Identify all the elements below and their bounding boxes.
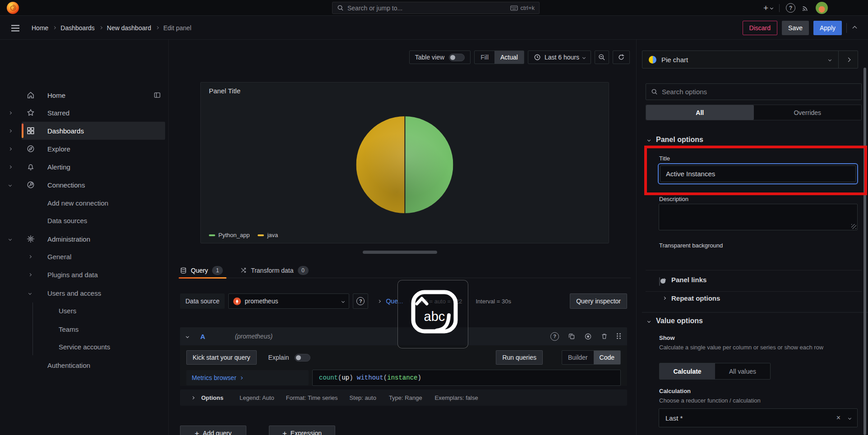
query-options-collapsed[interactable]: Options Legend: Auto Format: Time series… xyxy=(180,389,627,406)
panel-title: Panel Title xyxy=(209,87,240,95)
breadcrumb-dashboards[interactable]: Dashboards xyxy=(60,24,95,32)
breadcrumb-new-dashboard[interactable]: New dashboard xyxy=(107,24,151,32)
eye-icon[interactable] xyxy=(584,333,592,340)
chevron-right-icon[interactable] xyxy=(28,255,32,258)
expression-button[interactable]: + Expression xyxy=(269,426,335,435)
explain-label: Explain xyxy=(268,354,289,361)
chevron-right-icon[interactable] xyxy=(9,165,12,168)
avatar[interactable] xyxy=(816,2,828,14)
options-search[interactable] xyxy=(646,83,862,100)
sidebar-item-users-and-access[interactable]: Users and access xyxy=(0,284,169,302)
query-help-icon[interactable]: ? xyxy=(550,332,559,341)
tab-transform-data[interactable]: Transform data 0 xyxy=(240,263,308,278)
sidebar-item-add-new-connection[interactable]: Add new connection xyxy=(0,194,169,212)
collapse-pane-button[interactable] xyxy=(839,58,858,61)
datasource-picker[interactable]: prometheus xyxy=(228,293,349,309)
query-inspector-button[interactable]: Query inspector xyxy=(570,293,627,309)
help-icon[interactable]: ? xyxy=(786,3,795,13)
compass-icon xyxy=(26,144,35,153)
add-query-button[interactable]: + Add query xyxy=(180,426,246,435)
menu-icon[interactable] xyxy=(11,25,20,32)
save-button[interactable]: Save xyxy=(782,21,809,35)
sidebar-item-users[interactable]: Users xyxy=(0,302,169,320)
chevron-right-icon[interactable] xyxy=(9,129,12,132)
refresh-button[interactable] xyxy=(613,50,630,64)
clear-icon[interactable]: × xyxy=(836,414,840,421)
chevron-down-icon[interactable] xyxy=(9,237,12,240)
breadcrumb-home[interactable]: Home xyxy=(32,24,48,32)
sidebar-item-general[interactable]: General xyxy=(0,247,169,266)
chevron-right-icon[interactable] xyxy=(9,111,12,114)
duplicate-icon[interactable] xyxy=(568,333,575,340)
fill-option[interactable]: Fill xyxy=(475,51,494,64)
panel-preview[interactable]: Panel Title Python_app java xyxy=(200,82,609,243)
chevron-down-icon[interactable] xyxy=(28,291,32,294)
value-options-header[interactable]: Value options xyxy=(648,317,703,325)
sidebar-item-starred[interactable]: Starred xyxy=(0,104,169,122)
sidebar-label: Starred xyxy=(47,109,69,117)
legend-item-python-app[interactable]: Python_app xyxy=(209,232,249,238)
legend-item-java[interactable]: java xyxy=(258,232,278,238)
zoom-out-button[interactable] xyxy=(595,50,609,64)
sidebar-item-home[interactable]: Home xyxy=(0,86,169,104)
sidebar-item-teams[interactable]: Teams xyxy=(0,320,169,338)
metrics-browser-button[interactable]: Metrics browser xyxy=(186,370,309,385)
collapse-header-icon[interactable] xyxy=(853,26,857,30)
sidebar-item-alerting[interactable]: Alerting xyxy=(0,158,169,176)
tab-all[interactable]: All xyxy=(646,105,754,120)
discard-button[interactable]: Discard xyxy=(743,21,777,35)
tab-overrides[interactable]: Overrides xyxy=(754,105,862,120)
apply-button[interactable]: Apply xyxy=(813,21,842,35)
sidebar-item-data-sources[interactable]: Data sources xyxy=(0,211,169,229)
builder-option[interactable]: Builder xyxy=(562,351,594,364)
pane-resizer[interactable] xyxy=(636,40,637,435)
chevron-right-icon[interactable] xyxy=(9,147,12,150)
tab-query[interactable]: Query 1 xyxy=(180,263,223,278)
news-rss-icon[interactable] xyxy=(802,4,809,12)
calculate-option[interactable]: Calculate xyxy=(660,363,715,379)
sidebar-item-connections[interactable]: Connections xyxy=(0,176,169,194)
sidebar-item-service-accounts[interactable]: Service accounts xyxy=(0,338,169,356)
options-search-input[interactable] xyxy=(662,88,856,96)
viz-picker[interactable]: Pie chart xyxy=(642,50,858,69)
add-new-button[interactable]: + xyxy=(763,4,773,12)
all-values-option[interactable]: All values xyxy=(715,363,770,379)
explain-toggle[interactable] xyxy=(295,354,310,362)
drag-handle-icon[interactable] xyxy=(617,333,621,339)
sidebar-item-plugins-and-data[interactable]: Plugins and data xyxy=(0,266,169,284)
home-icon xyxy=(26,91,35,100)
chevron-right-icon xyxy=(53,26,56,29)
global-search[interactable]: ctrl+k xyxy=(332,2,540,14)
datasource-help-button[interactable]: ? xyxy=(353,293,368,309)
search-input[interactable] xyxy=(347,5,510,12)
actual-option[interactable]: Actual xyxy=(494,51,524,64)
repeat-options-section[interactable]: Repeat options xyxy=(663,294,720,302)
code-token: instance xyxy=(387,374,417,381)
pane-scrollbar[interactable] xyxy=(863,68,866,435)
chevron-down-icon[interactable] xyxy=(9,183,12,186)
description-textarea[interactable] xyxy=(659,204,858,230)
panel-title-input[interactable] xyxy=(660,165,856,182)
kick-start-button[interactable]: Kick start your query xyxy=(186,350,257,365)
sidebar-item-administration[interactable]: Administration xyxy=(0,230,169,248)
promql-code-editor[interactable]: count(up) without(instance) xyxy=(312,370,621,386)
panel-options-header[interactable]: Panel options xyxy=(648,136,703,144)
sidebar-item-authentication[interactable]: Authentication xyxy=(0,356,169,374)
calculation-select[interactable]: Last * × xyxy=(659,408,858,427)
chevron-down-icon[interactable] xyxy=(848,416,851,419)
dock-menu-icon[interactable] xyxy=(153,92,161,99)
grafana-logo[interactable] xyxy=(7,2,19,14)
chevron-down-icon[interactable] xyxy=(186,334,189,338)
transform-count-badge: 0 xyxy=(298,266,309,275)
trash-icon[interactable] xyxy=(601,333,608,340)
transparent-background-toggle[interactable] xyxy=(659,277,660,286)
sidebar-item-dashboards[interactable]: Dashboards xyxy=(0,122,169,140)
panel-links-section[interactable]: Panel links xyxy=(663,276,706,284)
run-queries-button[interactable]: Run queries xyxy=(496,350,543,365)
chevron-right-icon[interactable] xyxy=(28,273,32,276)
sidebar-item-explore[interactable]: Explore xyxy=(0,140,169,158)
time-range-picker[interactable]: Last 6 hours xyxy=(528,50,591,64)
code-option[interactable]: Code xyxy=(594,351,620,364)
horizontal-scrollbar[interactable] xyxy=(363,251,437,254)
table-view-toggle[interactable] xyxy=(449,54,465,61)
